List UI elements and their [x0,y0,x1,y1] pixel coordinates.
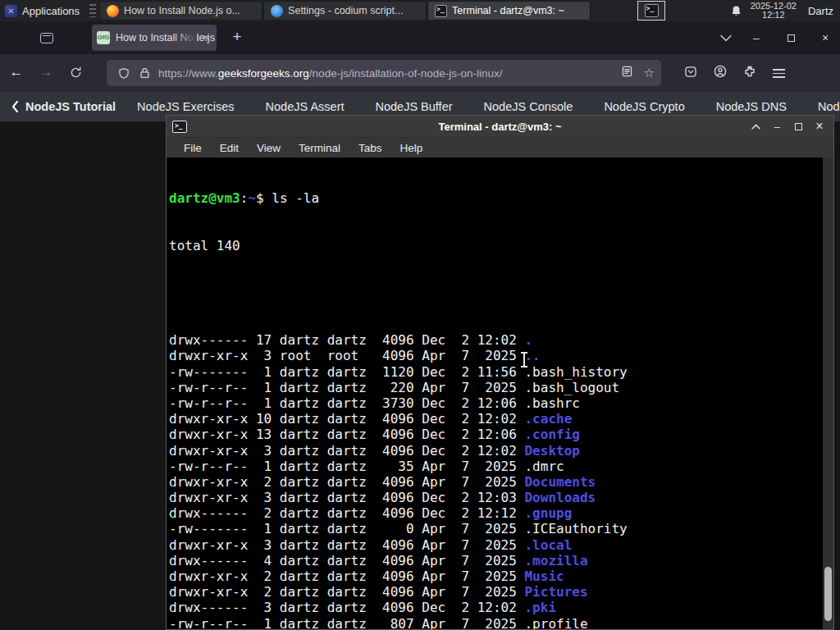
panel-clock[interactable]: 2025-12-02 12:12 [751,2,797,21]
taskbar-window-buttons: How to Install Node.js o... Settings - c… [99,1,591,21]
terminal-prompt-line: dartz@vm3:~$ ls -la [169,190,833,206]
file-listing-row: -rw-r--r-- 1 dartz dartz 220 Apr 7 2025 … [169,380,833,395]
terminal-close-button[interactable]: × [810,118,829,135]
applications-icon [5,5,17,17]
terminal-icon [645,4,659,17]
url-path: /node-js/installation-of-node-js-on-linu… [309,67,503,80]
browser-close-button[interactable]: × [815,31,835,44]
file-name: . [524,332,532,348]
reload-button[interactable] [62,60,89,86]
site-nav-link[interactable]: NodeJS DNS [716,100,787,113]
site-nav-link[interactable]: NodeJS Crypto [604,100,684,113]
prompt-path: ~ [248,190,256,206]
file-name: .config [524,427,579,442]
tab-active[interactable]: GfG How to Install Node.js on × [92,25,217,51]
site-nav-link[interactable]: NodeJS Exercises [137,100,234,113]
taskbar-window-button[interactable]: Settings - codium script... [263,1,427,21]
terminal-minimize-button[interactable]: – [768,118,786,135]
terminal-menu-item[interactable]: Edit [211,142,248,154]
site-nav-link[interactable]: NodeJS Assert [266,100,345,113]
file-name: .mozilla [524,553,587,568]
terminal-menu-item[interactable]: File [175,142,211,154]
prompt-user-host: dartz@vm3 [169,190,240,206]
terminal-scrollbar-thumb[interactable] [824,567,832,621]
site-nav-back-link[interactable]: NodeJS Tutorial [25,100,116,113]
firefox-view-button[interactable] [34,27,59,48]
window-buttons: – × [720,21,835,54]
file-listing-row: drwxr-xr-x 2 dartz dartz 4096 Apr 7 2025… [169,584,833,600]
browser-minimize-button[interactable]: – [746,31,766,44]
terminal-output: dartz@vm3:~$ ls -la total 140 drwx------… [167,158,833,629]
file-listing-row: drwxr-xr-x 3 dartz dartz 4096 Dec 2 12:0… [169,443,833,459]
file-listing: drwx------ 17 dartz dartz 4096 Dec 2 12:… [169,285,833,629]
file-name: Music [524,568,564,584]
applications-menu-button[interactable]: Applications [0,0,86,21]
taskbar-window-button[interactable]: How to Install Node.js o... [99,1,262,21]
list-all-tabs-button[interactable] [720,34,732,42]
forward-button[interactable]: → [33,60,59,86]
site-nav-link[interactable]: NodeJS Console [484,100,573,113]
file-listing-row: drwx------ 4 dartz dartz 4096 Apr 7 2025… [169,553,833,568]
notifications-bell-icon[interactable] [730,5,742,17]
panel-handle [89,4,96,17]
app-menu-hamburger-icon[interactable] [773,69,785,78]
bookmark-star-icon[interactable]: ☆ [644,66,655,80]
terminal-menubar: FileEditViewTerminalTabsHelp [167,137,833,158]
chevron-left-icon[interactable] [11,101,19,112]
tracking-shield-icon[interactable] [118,67,130,80]
back-button[interactable]: ← [3,60,30,86]
window-title: Settings - codium script... [288,5,403,16]
terminal-maximize-button[interactable] [789,118,807,135]
file-name: .ICEauthority [524,521,627,536]
account-icon[interactable] [714,65,727,81]
url-bar[interactable]: https://www.geeksforgeeks.org/node-js/in… [107,60,661,86]
site-nav-link-truncated[interactable]: Node [818,100,840,113]
firefox-view-icon [40,33,53,43]
terminal-tray-launcher[interactable] [637,1,665,21]
terminal-menu-item[interactable]: Tabs [349,142,391,154]
file-name: .bash_logout [524,380,619,395]
file-listing-row: drwxr-xr-x 3 root root 4096 Apr 7 2025 .… [169,348,833,363]
file-name: .profile [524,616,587,629]
applications-label: Applications [22,5,80,17]
file-listing-row: -rw-r--r-- 1 dartz dartz 35 Apr 7 2025 .… [169,459,833,474]
file-listing-row: -rw-r--r-- 1 dartz dartz 3730 Dec 2 12:0… [169,395,833,411]
browser-maximize-button[interactable] [781,31,801,44]
tab-close-button[interactable]: × [199,30,213,45]
file-name: .gnupg [524,505,572,521]
urlbar-actions: ☆ [622,66,655,80]
file-listing-row: drwxr-xr-x 10 dartz dartz 4096 Dec 2 12:… [169,411,833,427]
tab-bar: GfG How to Install Node.js on × + – × [0,21,840,54]
file-name: .cache [524,411,572,427]
clock-time: 12:12 [751,11,797,21]
pocket-icon[interactable] [684,66,697,81]
lock-icon[interactable] [139,67,150,79]
file-name: Pictures [524,584,587,600]
terminal-title: Terminal - dartz@vm3: ~ [167,121,833,133]
site-nav-link[interactable]: NodeJS Buffer [376,100,453,113]
window-icon [107,5,119,17]
taskbar-window-button[interactable]: Terminal - dartz@vm3: ~ [427,1,591,21]
terminal-shade-button[interactable] [746,118,765,135]
file-name: Downloads [524,490,596,505]
url-scheme: https://www. [158,67,218,80]
toolbar-right-icons [684,65,785,81]
navigation-toolbar: ← → https://www.geeksforgeeks.org/node-j… [0,54,840,92]
user-menu[interactable]: Dartz [805,5,833,17]
terminal-menu-item[interactable]: Help [391,142,432,154]
file-listing-row: -rw-r--r-- 1 dartz dartz 807 Apr 7 2025 … [169,616,833,629]
file-listing-row: drwx------ 17 dartz dartz 4096 Dec 2 12:… [169,332,833,348]
file-name: .dmrc [524,459,564,474]
panel-status-area: 2025-12-02 12:12 Dartz [730,2,840,21]
extensions-puzzle-icon[interactable] [743,65,756,81]
reader-mode-icon[interactable] [622,66,632,80]
terminal-menu-item[interactable]: Terminal [290,142,349,154]
terminal-window: Terminal - dartz@vm3: ~ – × FileEditView… [166,115,834,630]
new-tab-button[interactable]: + [225,25,249,50]
site-nav-links: NodeJS ExercisesNodeJS AssertNodeJS Buff… [137,100,787,113]
terminal-titlebar[interactable]: Terminal - dartz@vm3: ~ – × [167,116,833,137]
terminal-scrollbar[interactable] [823,158,833,629]
terminal-menu-item[interactable]: View [248,142,290,154]
url-host: geeksforgeeks.org [218,67,309,80]
file-name: .local [524,537,572,553]
